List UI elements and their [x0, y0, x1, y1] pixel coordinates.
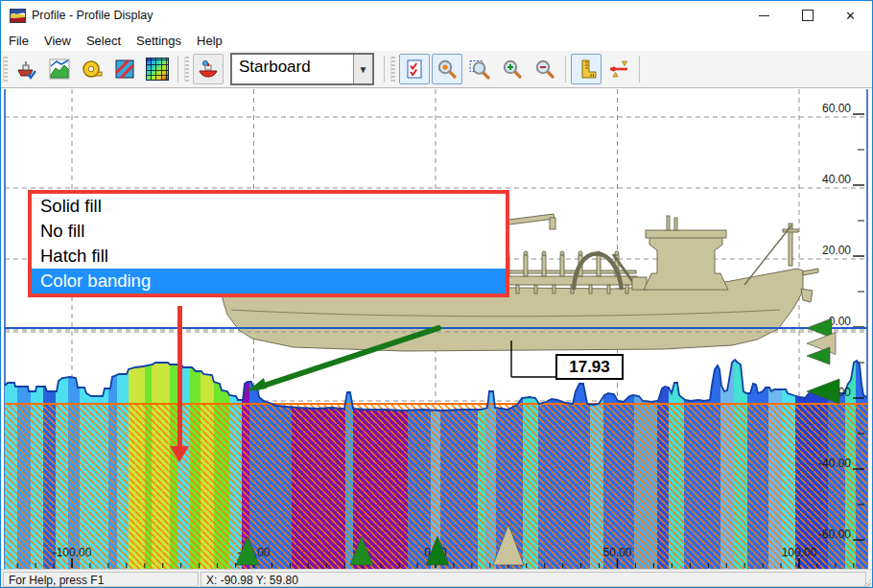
menu-file[interactable]: File [1, 32, 36, 50]
zoom-window-icon [468, 58, 491, 81]
close-button[interactable]: ✕ [829, 1, 872, 30]
fill-mode-menu: Solid fill No fill Hatch fill Color band… [28, 190, 509, 297]
hatch-fill-button[interactable] [109, 54, 140, 84]
x-axis-label: 50.00 [602, 546, 631, 559]
menu-option-hatch-fill[interactable]: Hatch fill [32, 244, 506, 269]
menu-option-no-fill[interactable]: No fill [32, 219, 506, 244]
tape-measure-button[interactable] [77, 54, 107, 84]
title-bar: Profile - Profile Display ✕ [1, 1, 872, 30]
color-banding-button[interactable] [142, 54, 173, 84]
zoom-normal-icon [436, 58, 459, 81]
distance-button[interactable] [603, 54, 634, 84]
side-select-combobox[interactable]: Starboard ▼ [230, 53, 374, 85]
y-axis-label: 40.00 [822, 173, 851, 186]
zoom-in-button[interactable] [497, 54, 528, 84]
status-help-panel: For Help, press F1 [3, 572, 199, 587]
vessel-button[interactable] [193, 54, 224, 84]
toolbar-separator [565, 56, 566, 82]
minimize-button[interactable] [743, 1, 786, 30]
toolbar: Starboard ▼ [1, 51, 872, 88]
callout-arrow-line [177, 306, 182, 447]
toolbar-separator [639, 56, 640, 82]
tape-measure-icon [81, 58, 104, 81]
color-banding-icon [146, 58, 169, 81]
menu-option-color-banding[interactable]: Color banding [32, 269, 506, 294]
zoom-out-icon [533, 58, 556, 81]
close-icon: ✕ [845, 9, 856, 23]
side-select-value: Starboard [232, 55, 353, 83]
menu-help[interactable]: Help [189, 32, 230, 50]
area-chart-icon [48, 58, 71, 81]
x-axis-label: -100.00 [53, 546, 92, 559]
level-marker-triangle [807, 347, 830, 365]
toolbar-grip[interactable] [184, 57, 189, 82]
toolbar-separator [384, 56, 385, 82]
verify-checklist-icon [403, 58, 426, 81]
vessel-icon [197, 58, 220, 81]
status-bar: For Help, press F1 X: -90.98 Y: 59.80 [1, 569, 872, 588]
toolbar-separator [177, 56, 178, 82]
toolbar-grip[interactable] [3, 57, 8, 82]
callout-arrow-head [170, 446, 189, 462]
menu-view[interactable]: View [36, 32, 79, 50]
zoom-out-button[interactable] [530, 54, 560, 84]
zoom-normal-button[interactable] [432, 54, 462, 84]
y-axis-label: 20.00 [822, 244, 851, 257]
profile-display-icon [15, 58, 38, 81]
area-view-button[interactable] [44, 54, 75, 84]
level-marker-triangle [807, 318, 832, 338]
y-axis-label: -60.00 [818, 528, 851, 541]
zoom-in-icon [501, 58, 524, 81]
ruler-button[interactable] [571, 54, 602, 84]
app-window: Profile - Profile Display ✕ File View Se… [0, 0, 873, 588]
menu-option-solid-fill[interactable]: Solid fill [32, 194, 506, 219]
ruler-icon [575, 58, 598, 81]
app-icon [10, 9, 26, 23]
resize-grip[interactable] [859, 576, 871, 588]
profile-chart: 60.0040.0020.000.00-20.00-40.00-60.00-10… [1, 88, 873, 569]
maximize-icon [802, 10, 814, 21]
toolbar-grip[interactable] [390, 57, 395, 82]
zoom-window-button[interactable] [464, 54, 495, 84]
profile-display-button[interactable] [12, 54, 42, 84]
menu-bar: File View Select Settings Help [1, 30, 872, 51]
hatch-fill-icon [113, 58, 136, 81]
minimize-icon [759, 15, 769, 16]
y-axis-label: 60.00 [822, 102, 851, 115]
x-axis-label: 100.00 [782, 546, 817, 559]
annotation-value: 17.93 [569, 358, 610, 376]
distance-icon [607, 58, 630, 81]
verify-button[interactable] [399, 54, 430, 84]
profile-plot-area[interactable]: 60.0040.0020.000.00-20.00-40.00-60.00-10… [1, 88, 873, 569]
window-title: Profile - Profile Display [32, 9, 153, 22]
menu-select[interactable]: Select [79, 32, 129, 50]
status-coordinates-panel: X: -90.98 Y: 59.80 [201, 572, 866, 587]
chevron-down-icon: ▼ [359, 64, 368, 75]
status-coordinates-text: X: -90.98 Y: 59.80 [206, 574, 298, 587]
status-help-text: For Help, press F1 [9, 574, 104, 587]
combobox-dropdown-button[interactable]: ▼ [353, 55, 372, 83]
menu-settings[interactable]: Settings [129, 32, 189, 50]
y-axis-label: -40.00 [818, 457, 851, 470]
maximize-button[interactable] [786, 1, 829, 30]
